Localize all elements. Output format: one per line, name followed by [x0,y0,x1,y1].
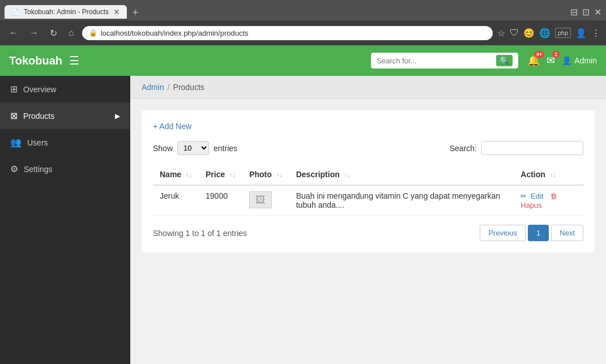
trash-icon: 🗑 [550,192,557,200]
search-input[interactable] [377,57,496,65]
close-icon[interactable]: ✕ [594,7,601,18]
breadcrumb: Admin / Products [130,76,606,99]
sort-action-icon: ↑↓ [550,172,556,178]
sort-photo-icon: ↑↓ [276,172,283,178]
sidebar-item-settings[interactable]: ⚙ Settings [0,156,130,182]
mail-badge: 2 [552,51,560,58]
layout: ⊞ Overview ⊠ Products ▶ 👥 Users ⚙ Settin… [0,76,606,364]
cell-action: ✏ Edit 🗑 Hapus [514,185,583,216]
col-action[interactable]: Action ↑↓ [514,164,583,185]
product-photo: 🖼 [249,191,272,208]
sidebar-item-users[interactable]: 👥 Users [0,129,130,156]
menu-icon[interactable]: ⋮ [591,28,600,38]
broken-image-icon: 🖼 [255,194,266,206]
table-search: Search: [450,141,583,155]
minimize-icon[interactable]: ⊟ [570,7,578,18]
cell-description: Buah ini mengandung vitamin C yang dapat… [289,185,514,216]
sidebar-item-overview[interactable]: ⊞ Overview [0,76,130,102]
browser-tab[interactable]: 📄 Tokobuah: Admin - Products ✕ [5,5,127,19]
cell-name: Jeruk [153,185,199,216]
chevron-right-icon: ▶ [115,112,120,120]
tab-close-btn[interactable]: ✕ [113,7,120,16]
settings-icon: ⚙ [10,164,18,174]
breadcrumb-separator: / [168,83,170,92]
search-label: Search: [450,144,477,153]
app-wrapper: Tokobuah ☰ 🔍 🔔 9+ ✉ 2 👤 Admin ⊞ [0,45,606,364]
brand-name: Tokobuah [9,54,62,67]
overview-icon: ⊞ [10,84,18,95]
main-content: Admin / Products + Add New Show 10 [130,76,606,364]
breadcrumb-admin-link[interactable]: Admin [142,83,164,92]
lock-icon: 🔒 [89,29,97,37]
products-table: Name ↑↓ Price ↑↓ Photo ↑↓ [153,164,583,216]
cell-photo: 🖼 [242,185,289,216]
breadcrumb-current: Products [173,83,204,92]
edit-button[interactable]: ✏ Edit [520,192,545,200]
php-icon[interactable]: php [555,28,571,38]
sidebar-item-products[interactable]: ⊠ Products ▶ [0,102,130,129]
window-controls: ⊟ ⊡ ✕ [570,7,601,18]
add-new-button[interactable]: + Add New [153,122,191,131]
users-icon: 👥 [10,137,22,148]
col-description[interactable]: Description ↑↓ [289,164,514,185]
top-navbar: Tokobuah ☰ 🔍 🔔 9+ ✉ 2 👤 Admin [0,45,606,76]
sort-desc-icon: ↑↓ [344,172,351,178]
notification-bell-btn[interactable]: 🔔 9+ [527,54,540,67]
maximize-icon[interactable]: ⊡ [582,7,590,18]
sidebar-label-overview: Overview [23,85,56,94]
shield-icon[interactable]: 🛡 [510,28,519,38]
previous-button[interactable]: Previous [480,225,526,241]
tab-icon: 📄 [11,8,19,16]
home-btn[interactable]: ⌂ [65,25,78,40]
edit-icon: ✏ [520,192,527,200]
sidebar: ⊞ Overview ⊠ Products ▶ 👥 Users ⚙ Settin… [0,76,130,364]
description-text: Buah ini mengandung vitamin C yang dapat… [296,191,500,209]
search-container: 🔍 [371,53,518,68]
emoji-icon[interactable]: 😊 [523,28,535,38]
pagination-buttons: Previous 1 Next [480,225,583,241]
sidebar-label-products: Products [23,112,54,121]
browser-nav-right: ☆ 🛡 😊 🌐 php 👤 ⋮ [497,28,600,38]
table-search-input[interactable] [481,141,583,155]
admin-label: Admin [574,56,597,65]
products-icon: ⊠ [10,110,18,121]
bell-badge: 9+ [534,51,544,58]
pagination-area: Showing 1 to 1 of 1 entries Previous 1 N… [153,225,583,241]
url-text: localhost/tokobuah/index.php/admin/produ… [101,29,249,37]
nav-icons: 🔔 9+ ✉ 2 👤 Admin [527,54,597,67]
admin-avatar-icon: 👤 [562,56,571,65]
show-label: Show [153,144,173,153]
entries-select[interactable]: 10 25 50 100 [177,141,209,155]
sort-name-icon: ↑↓ [186,172,192,178]
col-photo[interactable]: Photo ↑↓ [242,164,289,185]
search-button[interactable]: 🔍 [496,55,513,66]
forward-btn[interactable]: → [26,25,42,40]
next-button[interactable]: Next [551,225,583,241]
new-tab-btn[interactable]: ＋ [130,5,140,19]
showing-text: Showing 1 to 1 of 1 entries [153,229,247,238]
tab-label: Tokobuah: Admin - Products [24,8,109,16]
entries-label: entries [214,144,237,153]
content-card: + Add New Show 10 25 50 100 entries [142,110,595,252]
content-area: + Add New Show 10 25 50 100 entries [130,99,606,364]
admin-menu-btn[interactable]: 👤 Admin [562,56,597,65]
show-entries: Show 10 25 50 100 entries [153,141,237,155]
back-btn[interactable]: ← [6,25,22,40]
page-1-button[interactable]: 1 [528,225,549,241]
refresh-btn[interactable]: ↻ [46,25,61,41]
sidebar-label-settings: Settings [24,165,53,174]
cell-price: 19000 [199,185,242,216]
table-controls: Show 10 25 50 100 entries Search: [153,141,583,155]
hamburger-icon[interactable]: ☰ [69,54,79,67]
address-bar[interactable]: 🔒 localhost/tokobuah/index.php/admin/pro… [82,26,493,40]
table-row: Jeruk 19000 🖼 Buah ini mengandung vitami… [153,185,583,216]
color-icon[interactable]: 🌐 [539,28,550,38]
col-price[interactable]: Price ↑↓ [199,164,242,185]
sidebar-label-users: Users [27,138,48,147]
sort-price-icon: ↑↓ [229,172,236,178]
col-name[interactable]: Name ↑↓ [153,164,199,185]
mail-btn[interactable]: ✉ 2 [547,54,555,67]
browser-nav-bar: ← → ↻ ⌂ 🔒 localhost/tokobuah/index.php/a… [0,20,606,45]
profile-icon[interactable]: 👤 [575,28,587,38]
star-icon[interactable]: ☆ [497,28,505,38]
